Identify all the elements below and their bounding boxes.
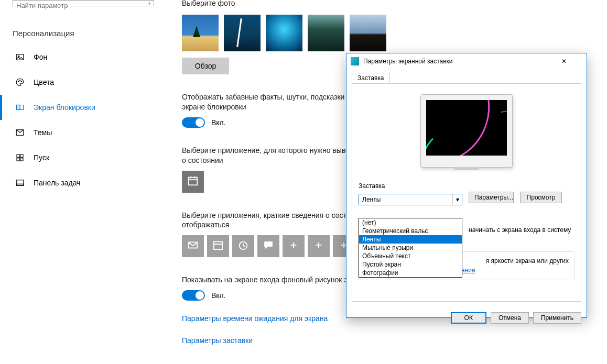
svg-point-4 <box>21 81 22 82</box>
calendar-icon <box>187 175 199 189</box>
nav-themes[interactable]: Темы <box>0 120 162 145</box>
photo-thumb[interactable] <box>350 15 386 51</box>
dropdown-option[interactable]: Мыльные пузыри <box>359 244 462 252</box>
chat-icon <box>263 239 274 253</box>
dropdown-option[interactable]: (нет) <box>359 218 462 227</box>
nav-start[interactable]: Пуск <box>0 145 162 170</box>
category-title: Персонализация <box>13 29 74 38</box>
quick-tile-alarm[interactable] <box>232 235 254 257</box>
themes-icon <box>15 127 25 138</box>
preview-button[interactable]: Просмотр <box>520 192 562 203</box>
lockscreen-icon <box>15 102 25 113</box>
nav-label: Темы <box>34 128 52 137</box>
taskbar-icon <box>15 178 25 188</box>
quick-tile-add[interactable] <box>308 235 330 257</box>
toggle-state: Вкл. <box>211 291 226 300</box>
svg-rect-8 <box>17 155 19 157</box>
tab-screensaver[interactable]: Заставка <box>352 73 390 83</box>
nav-background[interactable]: Фон <box>0 45 162 70</box>
settings-button[interactable]: Параметры... <box>469 192 514 203</box>
plus-icon <box>313 239 324 253</box>
nav-label: Фон <box>34 53 47 61</box>
quick-tile-mail[interactable] <box>182 235 204 257</box>
preview-screen <box>426 100 507 156</box>
svg-rect-13 <box>16 184 24 185</box>
photo-thumbnails <box>182 15 444 51</box>
nav-list: Фон Цвета Экран блокировки Темы Пуск <box>0 45 162 195</box>
photo-thumb[interactable] <box>182 15 219 51</box>
svg-rect-14 <box>189 177 198 185</box>
show-bg-toggle[interactable] <box>182 290 205 301</box>
preview-monitor <box>420 94 513 168</box>
svg-rect-10 <box>17 158 19 161</box>
photo-thumb[interactable] <box>224 15 261 51</box>
quick-tile-calendar[interactable] <box>207 235 229 257</box>
mail-icon <box>187 239 199 253</box>
screensaver-dialog: Параметры экранной заставки ✕ Заставка З… <box>346 53 587 318</box>
dropdown-option[interactable]: Фотографии <box>359 269 462 277</box>
svg-point-3 <box>19 80 20 81</box>
choose-photo-label: Выберите фото <box>182 0 444 7</box>
tab-panel: Заставка Ленты ▾ Параметры... Просмотр (… <box>352 84 581 302</box>
dialog-titlebar: Параметры экранной заставки ✕ <box>346 53 587 69</box>
svg-point-2 <box>18 81 19 82</box>
dialog-footer: ОК Отмена Применить <box>346 307 587 329</box>
svg-rect-9 <box>20 155 23 157</box>
quick-tile-messaging[interactable] <box>257 235 279 257</box>
detailed-app-tile[interactable] <box>182 171 204 193</box>
dropdown-option[interactable]: Геометрический вальс <box>359 227 462 235</box>
clock-icon <box>237 239 249 253</box>
nav-colors[interactable]: Цвета <box>0 70 162 95</box>
dropdown-option[interactable]: Пустой экран <box>359 260 462 269</box>
apply-button[interactable]: Применить <box>533 312 581 324</box>
dropdown-option[interactable]: Объемный текст <box>359 252 462 260</box>
search-chevron-icon: › <box>148 0 150 7</box>
browse-button[interactable]: Обзор <box>182 58 229 74</box>
svg-rect-6 <box>16 105 20 110</box>
search-box[interactable]: › <box>13 0 154 6</box>
toggle-state: Вкл. <box>211 118 226 127</box>
nav-taskbar[interactable]: Панель задач <box>0 170 162 195</box>
link-screensaver[interactable]: Параметры заставки <box>182 336 444 345</box>
screensaver-dropdown[interactable]: (нет) Геометрический вальс Ленты Мыльные… <box>359 218 462 278</box>
svg-rect-11 <box>20 158 23 161</box>
chevron-down-icon: ▾ <box>452 194 462 205</box>
dialog-icon <box>351 57 359 65</box>
start-icon <box>15 152 25 163</box>
photo-thumb[interactable] <box>266 15 302 51</box>
ok-button[interactable]: ОК <box>451 312 486 324</box>
dropdown-option[interactable]: Ленты <box>359 235 462 244</box>
palette-icon <box>15 77 25 87</box>
nav-label: Цвета <box>34 78 54 86</box>
settings-sidebar: › Персонализация Фон Цвета Экран блокиро… <box>0 0 162 364</box>
nav-label: Пуск <box>34 153 49 162</box>
close-button[interactable]: ✕ <box>561 54 582 68</box>
funfacts-toggle[interactable] <box>182 117 205 128</box>
picture-icon <box>15 52 25 62</box>
nav-label: Панель задач <box>34 179 80 187</box>
dialog-title: Параметры экранной заставки <box>363 58 561 65</box>
resume-label: начинать с экрана входа в систему <box>469 226 571 234</box>
search-input[interactable] <box>13 1 139 10</box>
plus-icon <box>288 239 299 253</box>
svg-rect-19 <box>214 242 223 250</box>
calendar-icon <box>212 239 224 253</box>
nav-lockscreen[interactable]: Экран блокировки <box>0 95 162 120</box>
photo-thumb[interactable] <box>308 15 344 51</box>
quick-tile-add[interactable] <box>283 235 305 257</box>
screensaver-combo[interactable]: Ленты ▾ <box>359 194 462 205</box>
close-icon: ✕ <box>561 58 582 65</box>
combo-value: Ленты <box>362 196 381 203</box>
screensaver-group-label: Заставка <box>359 182 575 190</box>
nav-label: Экран блокировки <box>34 103 95 112</box>
tabstrip: Заставка <box>352 72 581 84</box>
cancel-button[interactable]: Отмена <box>491 312 529 324</box>
